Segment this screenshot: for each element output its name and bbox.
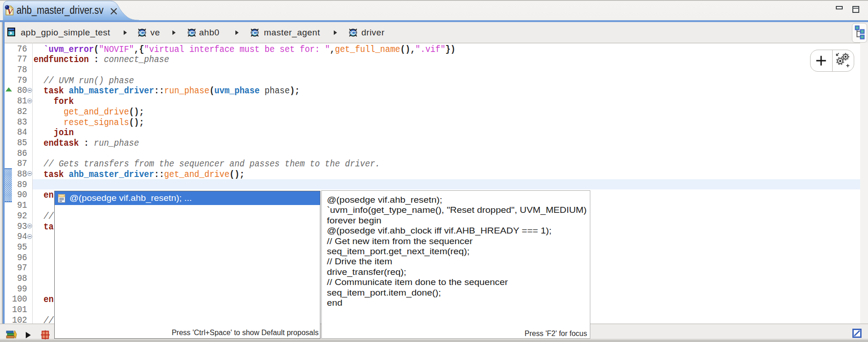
svg-text:C: C xyxy=(252,30,257,36)
svg-text:C: C xyxy=(140,30,144,36)
svg-text:C: C xyxy=(189,30,194,36)
svg-text:C: C xyxy=(351,30,355,36)
